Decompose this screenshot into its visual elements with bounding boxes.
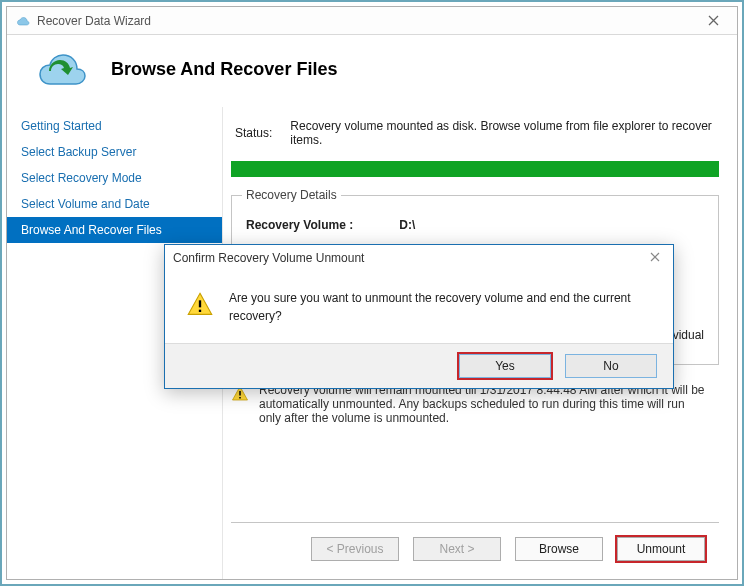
page-title: Browse And Recover Files [111,59,337,80]
recovery-volume-row: Recovery Volume : D:\ [246,218,704,232]
recovery-volume-label: Recovery Volume : [246,218,396,232]
note-block: Recovery volume will remain mounted till… [231,383,719,425]
unmount-button[interactable]: Unmount [617,537,705,561]
svg-rect-1 [239,397,241,399]
dialog-message: Are you sure you want to unmount the rec… [229,289,653,325]
previous-button: < Previous [311,537,399,561]
titlebar: Recover Data Wizard [7,7,737,35]
progress-bar [231,161,719,177]
dialog-close-icon[interactable] [645,251,665,265]
window-title: Recover Data Wizard [37,14,693,28]
confirm-unmount-dialog: Confirm Recovery Volume Unmount Are you … [164,244,674,389]
recovery-volume-value: D:\ [399,218,415,232]
sidebar-item-volume-date[interactable]: Select Volume and Date [7,191,222,217]
yes-button[interactable]: Yes [459,354,551,378]
svg-rect-3 [199,310,201,312]
svg-rect-0 [239,391,241,396]
status-text: Recovery volume mounted as disk. Browse … [290,119,719,147]
note-text: Recovery volume will remain mounted till… [259,383,709,425]
app-cloud-icon [15,13,31,29]
footer-buttons: < Previous Next > Browse Unmount [231,523,719,579]
warning-icon [185,291,215,319]
sidebar-item-recovery-mode[interactable]: Select Recovery Mode [7,165,222,191]
dialog-title: Confirm Recovery Volume Unmount [173,251,645,265]
browse-button[interactable]: Browse [515,537,603,561]
window-close-icon[interactable] [693,7,733,34]
sidebar-item-backup-server[interactable]: Select Backup Server [7,139,222,165]
status-row: Status: Recovery volume mounted as disk.… [231,115,719,161]
header: Browse And Recover Files [7,35,737,107]
status-label: Status: [235,126,272,140]
next-button: Next > [413,537,501,561]
details-box-label: Recovery Details [242,188,341,202]
svg-rect-2 [199,300,201,307]
wizard-window: Recover Data Wizard Browse And Recover F… [6,6,738,580]
cloud-restore-icon [27,47,91,91]
no-button[interactable]: No [565,354,657,378]
sidebar-item-getting-started[interactable]: Getting Started [7,113,222,139]
dialog-footer: Yes No [165,343,673,388]
dialog-body: Are you sure you want to unmount the rec… [165,271,673,343]
dialog-titlebar: Confirm Recovery Volume Unmount [165,245,673,271]
sidebar-item-browse-recover[interactable]: Browse And Recover Files [7,217,222,243]
